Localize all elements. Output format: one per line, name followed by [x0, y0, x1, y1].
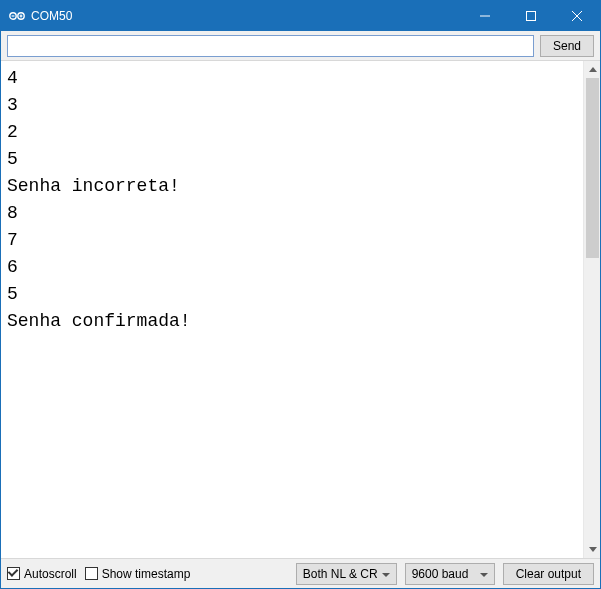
- maximize-button[interactable]: [508, 1, 554, 31]
- svg-marker-10: [589, 547, 597, 552]
- input-row: Send: [1, 31, 600, 61]
- window-title: COM50: [31, 9, 462, 23]
- svg-rect-6: [527, 12, 536, 21]
- svg-marker-9: [589, 67, 597, 72]
- timestamp-label: Show timestamp: [102, 567, 191, 581]
- titlebar-controls: [462, 1, 600, 31]
- scroll-up-icon[interactable]: [584, 61, 601, 78]
- scroll-down-icon[interactable]: [584, 541, 601, 558]
- line-ending-select[interactable]: Both NL & CR: [296, 563, 397, 585]
- bottom-bar: Autoscroll Show timestamp Both NL & CR 9…: [1, 558, 600, 588]
- scroll-thumb[interactable]: [586, 78, 599, 258]
- baud-value: 9600 baud: [412, 567, 469, 581]
- close-button[interactable]: [554, 1, 600, 31]
- serial-input[interactable]: [7, 35, 534, 57]
- line-ending-value: Both NL & CR: [303, 567, 378, 581]
- vertical-scrollbar[interactable]: [583, 61, 600, 558]
- output-area: 4 3 2 5 Senha incorreta! 8 7 6 5 Senha c…: [1, 61, 600, 558]
- timestamp-checkbox[interactable]: [85, 567, 98, 580]
- autoscroll-checkbox-group[interactable]: Autoscroll: [7, 567, 77, 581]
- timestamp-checkbox-group[interactable]: Show timestamp: [85, 567, 191, 581]
- clear-output-button[interactable]: Clear output: [503, 563, 594, 585]
- serial-output: 4 3 2 5 Senha incorreta! 8 7 6 5 Senha c…: [1, 61, 583, 558]
- minimize-button[interactable]: [462, 1, 508, 31]
- titlebar: COM50: [1, 1, 600, 31]
- autoscroll-checkbox[interactable]: [7, 567, 20, 580]
- arduino-icon: [9, 8, 25, 24]
- baud-select[interactable]: 9600 baud: [405, 563, 495, 585]
- send-button[interactable]: Send: [540, 35, 594, 57]
- autoscroll-label: Autoscroll: [24, 567, 77, 581]
